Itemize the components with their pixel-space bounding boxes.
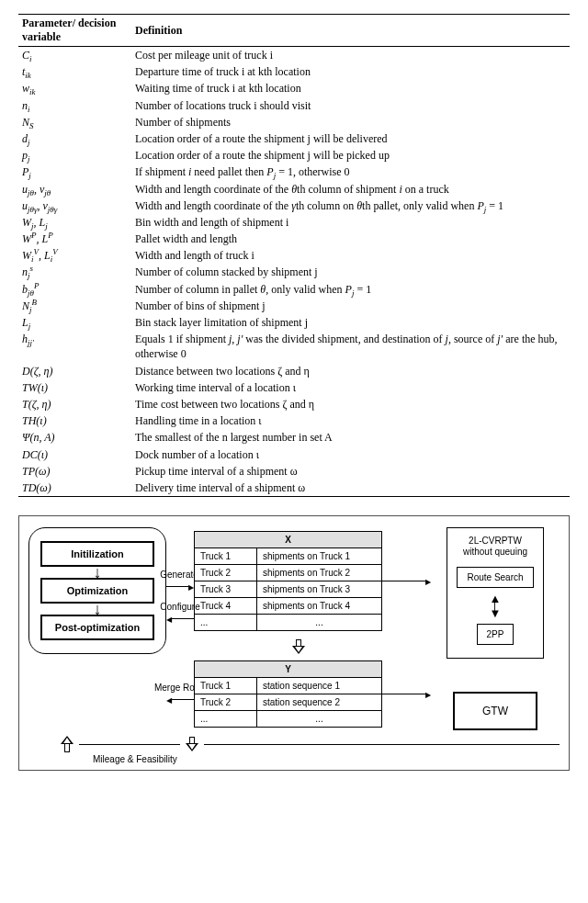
table-row: Truck 2station sequence 2 bbox=[195, 694, 382, 711]
double-arrow-icon: ▲│▼ bbox=[490, 595, 502, 616]
postopt-box: Post-optimization bbox=[40, 615, 154, 640]
table-row: ujθ, vjθWidth and length coordinate of t… bbox=[18, 181, 570, 198]
table-row: CiCost per mileage unit of truck i bbox=[18, 47, 570, 64]
twopp-box: 2PP bbox=[477, 624, 514, 645]
table-row: WP, LPPallet width and length bbox=[18, 231, 570, 247]
table-row: ujθγ, vjθγWidth and length coordinate of… bbox=[18, 198, 570, 214]
generate-label: Generate bbox=[160, 570, 198, 580]
table-row: Truck 3shipments on Truck 3 bbox=[195, 581, 382, 598]
table-row: wikWaiting time of truck i at kth locati… bbox=[18, 80, 570, 96]
open-arrow-down-icon bbox=[292, 639, 305, 654]
x-title: X bbox=[195, 532, 382, 548]
open-arrow-down-icon bbox=[186, 737, 198, 751]
table-row: pjLocation order of a route the shipment… bbox=[18, 147, 570, 164]
table-row: NSNumber of shipments bbox=[18, 114, 570, 130]
table-row: T(ζ, η)Time cost between two locations ζ… bbox=[18, 396, 570, 412]
table-row: tikDeparture time of truck i at kth loca… bbox=[18, 63, 570, 80]
stage-group: Initilization ↓ Optimization ↓ Post-opti… bbox=[28, 527, 166, 654]
table-row: TW(ι)Working time interval of a location… bbox=[18, 379, 570, 396]
table-row: PjIf shipment i need pallet then Pj = 1,… bbox=[18, 164, 570, 180]
arrow-right-icon bbox=[425, 687, 431, 701]
table-row: niNumber of locations truck i should vis… bbox=[18, 97, 570, 114]
architecture-figure: Initilization ↓ Optimization ↓ Post-opti… bbox=[18, 515, 570, 771]
x-table: X Truck 1shipments on Truck 1 Truck 2shi… bbox=[194, 531, 382, 631]
y-title: Y bbox=[195, 661, 382, 678]
table-row: TD(ω)Delivery time interval of a shipmen… bbox=[18, 480, 570, 497]
table-row: njsNumber of column stacked by shipment … bbox=[18, 264, 570, 280]
route-search-box: Route Search bbox=[457, 567, 533, 588]
table-row: TP(ω)Pickup time interval of a shipment … bbox=[18, 463, 570, 480]
notation-table: Parameter/ decision variable Definition … bbox=[18, 14, 570, 497]
col-header-param: Parameter/ decision variable bbox=[18, 15, 131, 47]
table-row: NjBNumber of bins of shipment j bbox=[18, 298, 570, 314]
mileage-feedback bbox=[61, 736, 560, 752]
mileage-label: Mileage & Feasibility bbox=[93, 754, 560, 764]
table-row: D(ζ, η)Distance between two locations ζ … bbox=[18, 363, 570, 379]
table-row: Truck 2shipments on Truck 2 bbox=[195, 565, 382, 581]
arrow-right-icon bbox=[425, 574, 431, 588]
table-row: ...... bbox=[195, 615, 382, 631]
table-row: djLocation order of a route the shipment… bbox=[18, 130, 570, 147]
col-header-def: Definition bbox=[131, 15, 570, 47]
table-row: DC(ι)Dock number of a location ι bbox=[18, 446, 570, 463]
table-row: Wj, LjBin width and length of shipment i bbox=[18, 214, 570, 231]
table-row: TH(ι)Handling time in a location ι bbox=[18, 412, 570, 429]
gtw-box: GTW bbox=[453, 692, 537, 730]
y-table: Y Truck 1station sequence 1 Truck 2stati… bbox=[194, 660, 382, 728]
table-row: bjθPNumber of column in pallet θ, only v… bbox=[18, 281, 570, 298]
open-arrow-up-icon bbox=[61, 736, 74, 752]
table-row: Truck 1station sequence 1 bbox=[195, 678, 382, 694]
table-row: LjBin stack layer limitation of shipment… bbox=[18, 314, 570, 331]
configure-label: Configure bbox=[160, 602, 199, 612]
cvrptw-group: 2L-CVRPTWwithout queuing Route Search ▲│… bbox=[447, 527, 543, 659]
table-row: Truck 1shipments on Truck 1 bbox=[195, 548, 382, 565]
table-row: Ψ(n, A)The smallest of the n largest num… bbox=[18, 429, 570, 446]
table-row: Truck 4shipments on Truck 4 bbox=[195, 598, 382, 615]
table-row: ...... bbox=[195, 711, 382, 728]
table-row: WiV, LiVWidth and length of truck i bbox=[18, 247, 570, 264]
table-row: hjj′Equals 1 if shipment j, j′ was the d… bbox=[18, 331, 570, 362]
cvrptw-title: 2L-CVRPTWwithout queuing bbox=[463, 536, 527, 558]
